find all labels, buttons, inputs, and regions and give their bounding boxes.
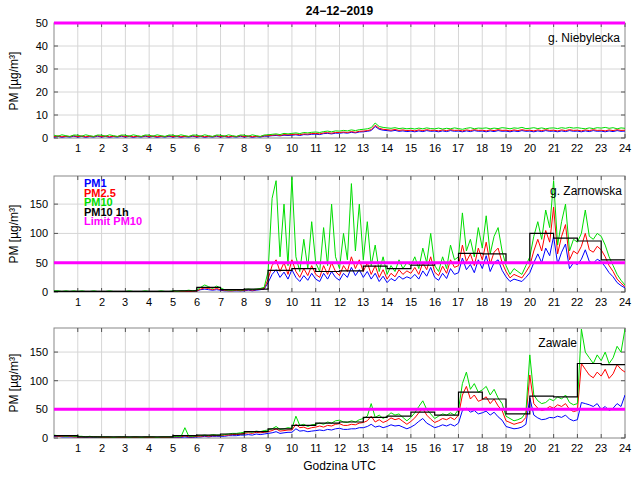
x-tick-label: 24 — [614, 142, 636, 154]
x-tick-label: 14 — [376, 142, 398, 154]
x-tick-label: 10 — [281, 142, 303, 154]
x-tick-label: 8 — [233, 296, 255, 308]
x-tick-label: 11 — [305, 442, 327, 454]
x-tick-label: 20 — [519, 442, 541, 454]
x-tick-label: 5 — [162, 442, 184, 454]
x-tick-label: 6 — [186, 142, 208, 154]
y-tick-label: 0 — [18, 432, 48, 444]
x-tick-label: 7 — [210, 296, 232, 308]
x-tick-label: 9 — [257, 296, 279, 308]
x-tick-label: 15 — [400, 442, 422, 454]
x-tick-label: 16 — [424, 296, 446, 308]
x-tick-label: 9 — [257, 142, 279, 154]
x-tick-label: 21 — [543, 142, 565, 154]
x-tick-label: 18 — [471, 442, 493, 454]
x-tick-label: 23 — [590, 296, 612, 308]
x-tick-label: 18 — [471, 296, 493, 308]
x-tick-label: 4 — [138, 142, 160, 154]
x-tick-label: 19 — [495, 442, 517, 454]
x-tick-label: 23 — [590, 442, 612, 454]
x-tick-label: 24 — [614, 442, 636, 454]
x-tick-label: 7 — [210, 142, 232, 154]
x-tick-label: 11 — [305, 142, 327, 154]
x-tick-label: 2 — [91, 296, 113, 308]
x-tick-label: 14 — [376, 296, 398, 308]
x-tick-label: 3 — [114, 296, 136, 308]
x-tick-label: 5 — [162, 296, 184, 308]
legend: PM1PM2.5PM10PM10 1hLimit PM10 — [84, 179, 142, 227]
y-tick-label: 100 — [18, 375, 48, 387]
y-tick-label: 50 — [18, 17, 48, 29]
x-tick-label: 3 — [114, 142, 136, 154]
x-tick-label: 13 — [352, 142, 374, 154]
x-tick-label: 16 — [424, 142, 446, 154]
x-tick-label: 4 — [138, 296, 160, 308]
y-tick-label: 30 — [18, 63, 48, 75]
x-tick-label: 8 — [233, 442, 255, 454]
x-tick-label: 21 — [543, 442, 565, 454]
x-tick-label: 23 — [590, 142, 612, 154]
x-tick-label: 12 — [329, 442, 351, 454]
x-tick-label: 15 — [400, 142, 422, 154]
x-tick-label: 10 — [281, 296, 303, 308]
y-tick-label: 50 — [18, 403, 48, 415]
x-tick-label: 17 — [447, 142, 469, 154]
x-tick-label: 24 — [614, 296, 636, 308]
x-tick-label: 8 — [233, 142, 255, 154]
station-label-zawale: Zawale — [54, 336, 577, 350]
x-tick-label: 22 — [566, 142, 588, 154]
y-tick-label: 50 — [18, 257, 48, 269]
x-tick-label: 2 — [91, 142, 113, 154]
x-tick-label: 1 — [67, 296, 89, 308]
y-tick-label: 150 — [18, 346, 48, 358]
chart-title: 24−12−2019 — [54, 4, 625, 18]
y-axis-label-plot1: PM [µg/m³] — [7, 11, 21, 151]
x-tick-label: 10 — [281, 442, 303, 454]
x-tick-label: 2 — [91, 442, 113, 454]
x-tick-label: 16 — [424, 442, 446, 454]
x-tick-label: 17 — [447, 442, 469, 454]
y-tick-label: 40 — [18, 40, 48, 52]
x-tick-label: 19 — [495, 296, 517, 308]
x-tick-label: 1 — [67, 142, 89, 154]
x-tick-label: 5 — [162, 142, 184, 154]
x-tick-label: 3 — [114, 442, 136, 454]
y-tick-label: 100 — [18, 227, 48, 239]
y-tick-label: 0 — [18, 132, 48, 144]
y-tick-label: 10 — [18, 109, 48, 121]
x-tick-label: 11 — [305, 296, 327, 308]
x-tick-label: 22 — [566, 296, 588, 308]
station-label-niebylecka: g. Niebylecka — [54, 31, 620, 45]
x-tick-label: 21 — [543, 296, 565, 308]
x-tick-label: 4 — [138, 442, 160, 454]
x-axis-label: Godzina UTC — [54, 459, 625, 473]
chart-canvas — [0, 0, 640, 480]
x-tick-label: 6 — [186, 296, 208, 308]
x-tick-label: 20 — [519, 296, 541, 308]
y-tick-label: 0 — [18, 286, 48, 298]
x-tick-label: 14 — [376, 442, 398, 454]
x-tick-label: 19 — [495, 142, 517, 154]
x-tick-label: 12 — [329, 296, 351, 308]
x-tick-label: 20 — [519, 142, 541, 154]
x-tick-label: 7 — [210, 442, 232, 454]
x-tick-label: 9 — [257, 442, 279, 454]
air-quality-figure: 24−12−2019 PM [µg/m³] PM [µg/m³] PM [µg/… — [0, 0, 640, 480]
y-tick-label: 150 — [18, 198, 48, 210]
x-tick-label: 13 — [352, 296, 374, 308]
x-tick-label: 18 — [471, 142, 493, 154]
x-tick-label: 12 — [329, 142, 351, 154]
x-tick-label: 6 — [186, 442, 208, 454]
x-tick-label: 1 — [67, 442, 89, 454]
x-tick-label: 17 — [447, 296, 469, 308]
x-tick-label: 13 — [352, 442, 374, 454]
x-tick-label: 22 — [566, 442, 588, 454]
legend-item-limit-pm10: Limit PM10 — [84, 217, 142, 227]
y-tick-label: 20 — [18, 86, 48, 98]
x-tick-label: 15 — [400, 296, 422, 308]
